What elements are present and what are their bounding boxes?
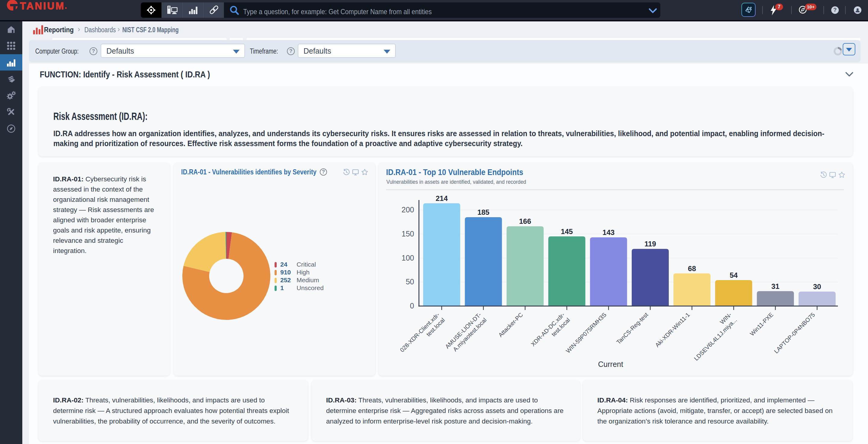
svg-text:30: 30 [813, 283, 821, 291]
svg-text:028-XDR-Client.xdr-test.local: 028-XDR-Client.xdr-test.local [399, 311, 446, 358]
svg-text:50: 50 [406, 278, 414, 286]
svg-text:AMUSE-LION-DT-A.miyaotest.loca: AMUSE-LION-DT-A.miyaotest.local [444, 311, 488, 355]
svg-text:54: 54 [730, 271, 738, 279]
svg-text:166: 166 [519, 217, 531, 225]
svg-text:143: 143 [602, 228, 615, 236]
svg-text:31: 31 [771, 282, 779, 290]
svg-text:68: 68 [688, 264, 696, 273]
svg-text:TanCS-Reg-test: TanCS-Reg-test [615, 311, 650, 346]
svg-text:100: 100 [401, 254, 414, 262]
svg-text:WIN-LDSEV6L4L1J.miya...: WIN-LDSEV6L4L1J.miya... [687, 311, 738, 362]
svg-text:145: 145 [561, 227, 573, 235]
svg-text:214: 214 [435, 194, 448, 202]
svg-text:Current: Current [598, 360, 623, 369]
svg-text:185: 185 [477, 208, 490, 216]
svg-text:200: 200 [401, 205, 414, 214]
svg-text:WIN-59P075RMH3S: WIN-59P075RMH3S [564, 311, 608, 354]
svg-text:0: 0 [410, 302, 414, 310]
svg-text:XDR-AD-DC.xdr-test.local: XDR-AD-DC.xdr-test.local [530, 311, 571, 353]
svg-text:150: 150 [401, 229, 414, 238]
svg-text:Win11-PXE: Win11-PXE [749, 311, 775, 337]
svg-text:LAPTOP-0P4NBO75: LAPTOP-0P4NBO75 [773, 311, 816, 354]
svg-text:Attacker-PC: Attacker-PC [497, 311, 524, 338]
svg-text:119: 119 [644, 240, 656, 248]
svg-text:Aki-XDR-Win11-1: Aki-XDR-Win11-1 [654, 311, 691, 348]
